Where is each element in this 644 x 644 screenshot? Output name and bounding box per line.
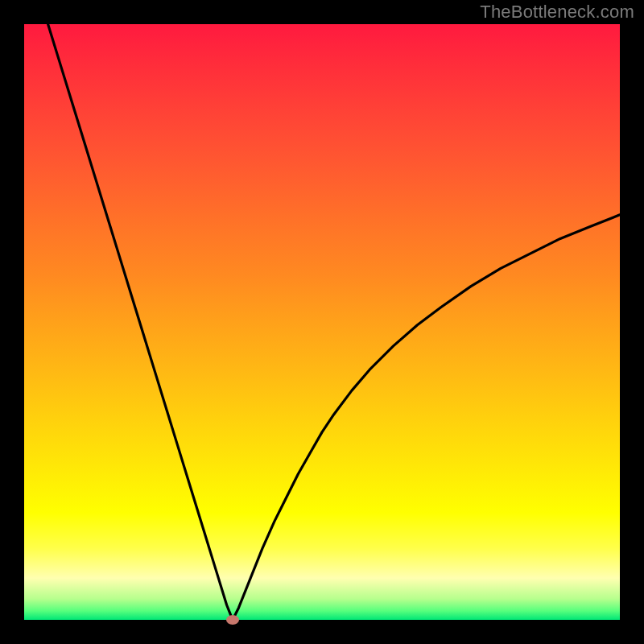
chart-plot-area [24,24,620,620]
watermark-text: TheBottleneck.com [480,2,634,23]
bottleneck-curve [24,24,620,620]
optimum-marker [226,615,239,625]
